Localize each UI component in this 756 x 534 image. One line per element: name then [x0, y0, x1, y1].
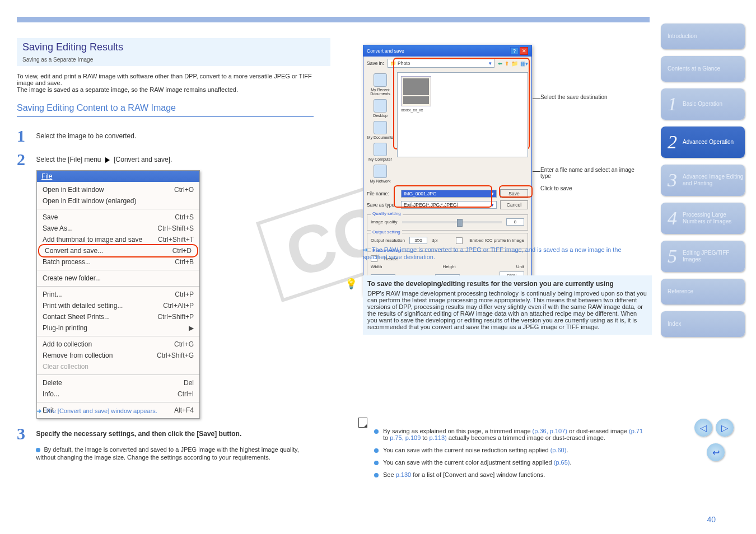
nav-reference[interactable]: Reference [661, 279, 745, 305]
tip-box: 💡 To save the developing/editing results… [363, 275, 652, 335]
menu-item[interactable]: Open in Edit window (enlarged) [37, 195, 199, 207]
nav-intro[interactable]: Introduction [661, 24, 745, 49]
result-text: ➜ The RAW image is converted to a JPEG o… [363, 246, 643, 260]
highlight-box [394, 185, 492, 208]
nav-chapter-4[interactable]: 4Processing Large Numbers of Images [661, 203, 745, 234]
triangle-right-icon [105, 157, 110, 163]
return-button[interactable]: ↩ [707, 443, 725, 461]
page-number: 40 [707, 515, 716, 524]
page-link[interactable]: (p.60) [550, 447, 567, 453]
arrow-right-icon: ➜ [36, 407, 41, 414]
quality-group: Quality setting Image quality 8 [367, 214, 528, 231]
menu-item[interactable]: Open in Edit windowCtrl+O [37, 184, 199, 195]
arrow-right-icon: ➜ [363, 246, 368, 253]
side-navigation: Introduction Contents at a Glance 1Basic… [661, 24, 745, 344]
step-number: 3 [17, 424, 34, 443]
section-title: Saving Editing Content to a RAW Image [17, 103, 314, 117]
menu-item[interactable]: Batch process...Ctrl+B [37, 256, 199, 268]
prev-page-button[interactable]: ◁ [694, 419, 712, 437]
nav-chapter-2[interactable]: 2Advanced Operation [661, 127, 745, 158]
menu-item[interactable]: Contact Sheet Prints...Ctrl+Shift+P [37, 311, 199, 322]
close-icon[interactable]: ✕ [520, 47, 528, 55]
savetype-label: Save as type: [367, 202, 398, 208]
step-2: 2 Select the [File] menu [Convert and sa… [17, 150, 172, 169]
result-text: ➜ The [Convert and save] window appears. [36, 407, 157, 415]
menu-item[interactable]: Convert and save...Ctrl+D [39, 245, 197, 256]
file-area[interactable]: xxxxx_xx_xx [397, 72, 528, 157]
page-link[interactable]: p.107) [550, 428, 567, 434]
page-subtitle: Saving as a Separate Image [17, 57, 330, 63]
place-item[interactable]: My Network [370, 165, 391, 183]
page-link[interactable]: p.109 [405, 434, 421, 441]
bullet-icon [36, 448, 40, 452]
file-menu: File Open in Edit windowCtrl+OOpen in Ed… [36, 170, 200, 419]
nav-chapter-5[interactable]: 5Editing JPEG/TIFF Images [661, 241, 745, 272]
quality-slider[interactable] [402, 221, 502, 223]
note-icon [358, 418, 367, 428]
help-icon[interactable]: ? [510, 47, 519, 55]
menu-item[interactable]: Add thumbnail to image and saveCtrl+Shif… [37, 234, 199, 245]
page-link[interactable]: p.113) [430, 434, 447, 441]
menu-item[interactable]: Plug-in printing▶ [37, 322, 199, 334]
back-nav: ↩ [707, 443, 725, 461]
menu-item[interactable]: Save As...Ctrl+Shift+S [37, 223, 199, 234]
place-item[interactable]: My Recent Documents [363, 73, 397, 96]
dialog-titlebar: Convert and save ? ✕ [363, 45, 531, 57]
menu-item[interactable]: Print...Ctrl+P [37, 289, 199, 300]
page-link[interactable]: p.75, [390, 434, 403, 441]
step-1: 1 Select the image to be converted. [17, 127, 136, 146]
nav-contents[interactable]: Contents at a Glance [661, 56, 745, 82]
menu-item[interactable]: Create new folder... [37, 273, 199, 284]
page-title: Saving Editing Results [17, 38, 330, 57]
top-divider [17, 17, 650, 22]
highlight-box [499, 185, 533, 198]
menu-item[interactable]: SaveCtrl+S [37, 212, 199, 223]
filename-label: File name: [367, 191, 398, 196]
lightbulb-icon: 💡 [345, 278, 357, 290]
thumbnail-label: xxxxx_xx_xx [401, 108, 524, 112]
thumbnail-image [403, 78, 429, 95]
quality-value[interactable]: 8 [506, 218, 524, 226]
page-link[interactable]: (p.71 [629, 428, 643, 434]
page-link[interactable]: (p.65) [554, 459, 570, 466]
menu-item[interactable]: Print with detailed setting...Ctrl+Alt+P [37, 300, 199, 311]
cancel-button[interactable]: Cancel [500, 200, 528, 209]
resolution-input[interactable]: 350 [409, 237, 427, 244]
next-page-button[interactable]: ▷ [716, 419, 734, 437]
embed-icc-checkbox[interactable] [456, 237, 463, 244]
nav-chapter-1[interactable]: 1Basic Operation [661, 88, 745, 120]
intro-text: To view, edit and print a RAW image with… [17, 73, 314, 93]
page-link[interactable]: (p.36, [533, 428, 548, 434]
page-link[interactable]: p.130 [396, 471, 412, 478]
savein-label: Save in: [367, 60, 384, 66]
callout-filename: Enter a file name and select an image ty… [540, 167, 644, 191]
file-thumbnail[interactable] [401, 76, 431, 106]
page-nav-arrows: ◁ ▷ [694, 419, 734, 437]
menu-item[interactable]: Clear collection [37, 361, 199, 372]
menu-item[interactable]: Info...Ctrl+I [37, 388, 199, 400]
place-item[interactable]: My Computer [368, 143, 392, 161]
notes-list: By saving as explained on this page, a t… [358, 418, 644, 484]
place-item[interactable]: My Documents [367, 121, 394, 139]
nav-chapter-3[interactable]: 3Advanced Image Editing and Printing [661, 165, 745, 196]
nav-index[interactable]: Index [661, 311, 745, 337]
callout-save-dest: Select the save destination [540, 94, 644, 100]
menu-item[interactable]: Remove from collectionCtrl+Shift+G [37, 350, 199, 361]
step-3: 3 Specify the necessary settings, and th… [17, 424, 316, 461]
step-number: 1 [17, 127, 34, 146]
page-header: Saving Editing Results Saving as a Separ… [17, 38, 330, 66]
menu-item[interactable]: Add to collectionCtrl+G [37, 339, 199, 350]
places-bar: My Recent DocumentsDesktopMy DocumentsMy… [363, 70, 397, 186]
step-number: 2 [17, 150, 34, 169]
menu-item[interactable]: DeleteDel [37, 377, 199, 388]
menu-title: File [37, 171, 199, 182]
place-item[interactable]: Desktop [373, 99, 388, 118]
